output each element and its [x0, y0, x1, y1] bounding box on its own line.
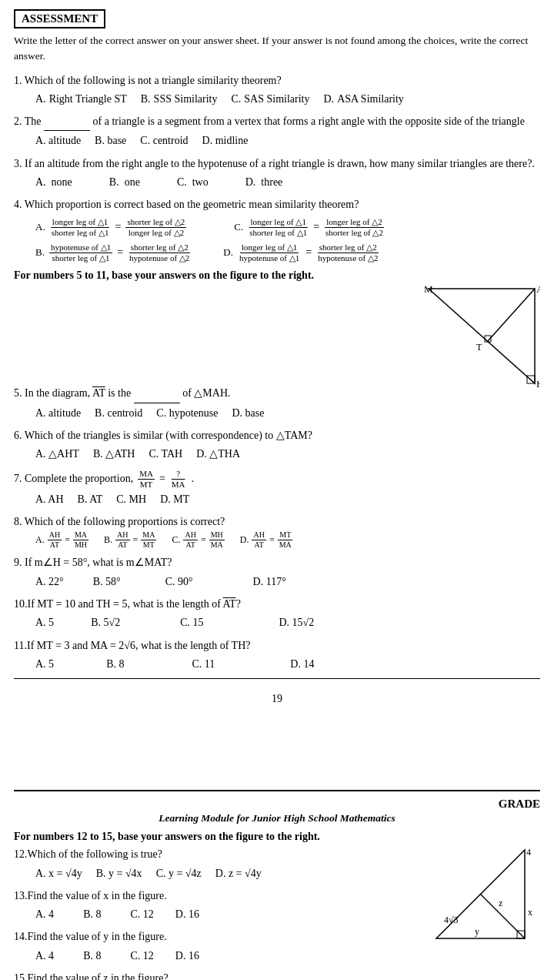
- svg-text:H: H: [536, 378, 540, 389]
- q14-choiceD: D. 16: [175, 946, 199, 965]
- question-3: 3. If an altitude from the right angle t…: [14, 156, 540, 192]
- svg-line-1: [488, 289, 535, 341]
- triangle-figure: M A H T: [425, 285, 540, 385]
- q8-choiceD: D. AHAT = MTMA: [240, 530, 295, 550]
- svg-text:4√3: 4√3: [444, 915, 459, 925]
- q12-choiceA: A. x = √4y: [35, 864, 82, 883]
- q2-choiceC: C. centroid: [140, 131, 188, 150]
- q6-text: 6. Which of the triangles is similar (wi…: [14, 430, 312, 441]
- q15-text: 15.Find the value of z in the figure?: [14, 972, 169, 980]
- figure-q12-15: 4 x y z 4√3: [432, 846, 540, 949]
- q10-choices: A. 5 B. 5√2 C. 15 D. 15√2: [35, 613, 540, 632]
- question-15: 15.Find the value of z in the figure? A.…: [14, 970, 425, 980]
- q14-choices: A. 4 B. 8 C. 12 D. 16: [35, 946, 425, 965]
- q1-choiceB: B. SSS Similarity: [141, 89, 218, 109]
- q9-choiceA: A. 22°: [35, 572, 64, 591]
- q2-choiceD: D. midline: [202, 131, 249, 150]
- q12-choiceC: C. y = √4z: [156, 864, 202, 883]
- q8-choiceA: A. AHAT = MAMH: [35, 530, 90, 550]
- svg-text:T: T: [476, 342, 482, 353]
- page: ASSESSMENT Write the letter of the corre…: [0, 0, 554, 980]
- q7-choiceC: C. MH: [116, 490, 146, 509]
- q11-choiceC: C. 11: [192, 654, 215, 674]
- instructions: Write the letter of the correct answer o…: [14, 33, 540, 65]
- q3-choiceD: D. three: [245, 172, 283, 192]
- q8-choices: A. AHAT = MAMH B. AHAT = MAMT C. AHAT = …: [35, 530, 540, 550]
- q7-fraction2: ?MA: [170, 469, 187, 490]
- q2-choices: A. altitude B. base C. centroid D. midli…: [35, 131, 540, 150]
- q12-choices: A. x = √4y B. y = √4x C. y = √4z D. z = …: [35, 864, 425, 883]
- q13-choiceD: D. 16: [175, 905, 199, 924]
- q10-choiceB: B. 5√2: [91, 613, 120, 632]
- section-heading-12-15: For numbers 12 to 15, base your answers …: [14, 831, 540, 843]
- q3-choiceB: B. one: [109, 172, 140, 192]
- q12-15-area: 4 x y z 4√3 12.Which of the following is…: [14, 846, 540, 980]
- q10-choiceC: C. 15: [180, 613, 203, 632]
- question-9: 9. If m∠H = 58°, what is m∠MAT? A. 22° B…: [14, 554, 540, 591]
- page-number: 19: [14, 693, 540, 705]
- q7-fraction: MAMT: [138, 469, 155, 490]
- q13-choiceB: B. 8: [83, 905, 101, 924]
- q8-choiceB: B. AHAT = MAMT: [104, 530, 158, 550]
- question-5: 5. In the diagram, AT is the of △MAH. A.…: [14, 385, 413, 423]
- divider-line: [14, 678, 540, 679]
- svg-text:A: A: [536, 285, 540, 295]
- grade-label: GRADE: [14, 798, 540, 811]
- question-12: 12.Which of the following is true? A. x …: [14, 846, 425, 883]
- q13-choiceC: C. 12: [130, 905, 153, 924]
- svg-text:M: M: [424, 285, 433, 295]
- q11-choiceD: D. 14: [290, 654, 314, 674]
- question-1: 1. Which of the following is not a trian…: [14, 72, 540, 109]
- q12-choiceD: D. z = √4y: [215, 864, 262, 883]
- q10-choiceA: A. 5: [35, 613, 54, 632]
- q1-choiceA: A. Right Triangle ST: [35, 89, 127, 109]
- question-6: 6. Which of the triangles is similar (wi…: [14, 427, 413, 464]
- question-4: 4. Which proportion is correct based on …: [14, 196, 540, 263]
- svg-text:z: z: [499, 898, 502, 908]
- q11-choiceA: A. 5: [35, 654, 54, 674]
- q14-choiceB: B. 8: [83, 946, 101, 965]
- question-14: 14.Find the value of y in the figure. A.…: [14, 928, 425, 965]
- q5-choiceB: B. centroid: [95, 403, 142, 423]
- q3-text: 3. If an altitude from the right angle t…: [14, 158, 535, 169]
- q9-text: 9. If m∠H = 58°, what is m∠MAT?: [14, 557, 172, 568]
- q5-text: 5. In the diagram, AT is the of △MAH.: [14, 387, 231, 399]
- section-heading-5-11: For numbers 5 to 11, base your answers o…: [14, 269, 540, 282]
- q9-choices: A. 22° B. 58° C. 90° D. 117°: [35, 572, 540, 591]
- question-13: 13.Find the value of x in the figure. A.…: [14, 888, 425, 925]
- q5-choiceC: C. hypotenuse: [156, 403, 218, 423]
- q5-choiceA: A. altitude: [35, 403, 81, 423]
- q5-choices: A. altitude B. centroid C. hypotenuse D.…: [35, 403, 413, 423]
- q12-choiceB: B. y = √4x: [96, 864, 142, 883]
- question-7: 7. Complete the proportion, MAMT = ?MA .…: [14, 469, 413, 510]
- q4-choiceB: B. hypotenuse of △1shorter leg of △1 = s…: [35, 242, 192, 263]
- q9-choiceD: D. 117°: [253, 572, 286, 591]
- q3-choiceC: C. two: [177, 172, 209, 192]
- q8-text: 8. Which of the following proportions is…: [14, 516, 225, 527]
- q2-choiceB: B. base: [95, 131, 126, 150]
- question-8: 8. Which of the following proportions is…: [14, 513, 540, 550]
- q3-choices: A. none B. one C. two D. three: [35, 172, 540, 192]
- q11-choiceB: B. 8: [106, 654, 124, 674]
- q4-choiceA: A. longer leg of △1shorter leg of △1 = s…: [35, 217, 188, 238]
- svg-marker-0: [429, 289, 535, 383]
- q9-choiceC: C. 90°: [165, 572, 193, 591]
- q7-choiceA: A. AH: [35, 490, 64, 509]
- q3-choiceA: A. none: [35, 172, 72, 192]
- question-10: 10.If MT = 10 and TH = 5, what is the le…: [14, 596, 540, 633]
- q6-choiceC: C. TAH: [149, 444, 182, 463]
- q1-choices: A. Right Triangle ST B. SSS Similarity C…: [35, 89, 540, 109]
- q5-choiceD: D. base: [232, 403, 264, 423]
- q1-text: 1. Which of the following is not a trian…: [14, 75, 282, 86]
- q2-choiceA: A. altitude: [35, 131, 81, 150]
- q11-text: 11.If MT = 3 and MA = 2√6, what is the l…: [14, 640, 250, 651]
- q7-choiceD: D. MT: [160, 490, 189, 509]
- q8-choiceC: C. AHAT = MHMA: [172, 530, 225, 550]
- grade-section: GRADE Learning Module for Junior High Sc…: [14, 790, 540, 980]
- q4-choiceC: C. longer leg of △1shorter leg of △1 = l…: [234, 217, 386, 238]
- svg-text:x: x: [528, 907, 532, 918]
- question-11: 11.If MT = 3 and MA = 2√6, what is the l…: [14, 637, 540, 674]
- assessment-title: ASSESSMENT: [14, 9, 105, 28]
- q2-text: 2. The of a triangle is a segment from a…: [14, 115, 525, 127]
- question-2: 2. The of a triangle is a segment from a…: [14, 113, 540, 151]
